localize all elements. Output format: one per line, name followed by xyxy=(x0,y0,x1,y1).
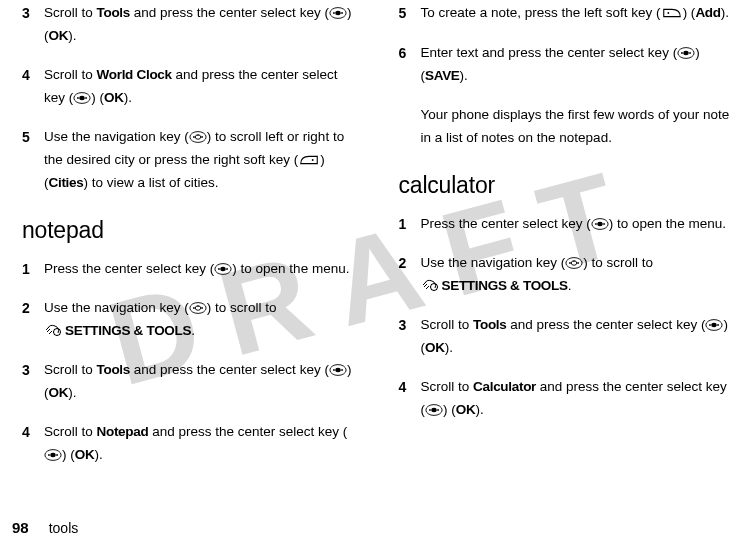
center-select-key-icon xyxy=(329,363,347,377)
text: ) to scroll to xyxy=(207,300,277,315)
text: . xyxy=(568,278,572,293)
add-label: Add xyxy=(695,5,720,20)
step-number: 1 xyxy=(399,213,421,237)
calculator-heading: calculator xyxy=(399,166,732,205)
text: and press the center select key ( xyxy=(148,424,347,439)
center-select-key-icon xyxy=(591,217,609,231)
step-number: 4 xyxy=(22,64,44,110)
center-select-key-icon xyxy=(677,46,695,60)
ok-label: OK xyxy=(49,28,69,43)
step-body: Enter text and press the center select k… xyxy=(421,42,732,88)
step-number: 6 xyxy=(399,42,421,88)
notepad-step-3: 3 Scroll to Tools and press the center s… xyxy=(22,359,355,405)
ok-label: OK xyxy=(75,447,95,462)
text: Use the navigation key ( xyxy=(44,300,189,315)
step-body: Press the center select key () to open t… xyxy=(421,213,732,237)
step-body: Use the navigation key () to scroll to S… xyxy=(44,297,355,343)
text: Use the navigation key ( xyxy=(44,129,189,144)
center-select-key-icon xyxy=(73,91,91,105)
notepad-label: Notepad xyxy=(97,424,149,439)
settings-tools-label: SETTINGS & TOOLS xyxy=(65,323,191,338)
step-body: Use the navigation key () to scroll left… xyxy=(44,126,355,195)
step-body: Scroll to World Clock and press the cent… xyxy=(44,64,355,110)
text: Enter text and press the center select k… xyxy=(421,45,678,60)
step-number: 4 xyxy=(399,376,421,422)
step-number: 5 xyxy=(399,2,421,26)
navigation-key-icon xyxy=(189,301,207,315)
text: ) to open the menu. xyxy=(232,261,349,276)
calc-step-4: 4 Scroll to Calculator and press the cen… xyxy=(399,376,732,422)
step-number: 2 xyxy=(22,297,44,343)
center-select-key-icon xyxy=(44,448,62,462)
notepad-heading: notepad xyxy=(22,211,355,250)
text: Scroll to xyxy=(44,362,97,377)
text: ) to scroll to xyxy=(583,255,653,270)
navigation-key-icon xyxy=(565,256,583,270)
step-5-right: 5 To create a note, press the left soft … xyxy=(399,2,732,26)
right-column: 5 To create a note, press the left soft … xyxy=(399,2,732,490)
text: ). xyxy=(124,90,132,105)
text: Scroll to xyxy=(44,424,97,439)
step-body: Use the navigation key () to scroll to S… xyxy=(421,252,732,298)
page-number: 98 xyxy=(12,515,29,541)
ok-label: OK xyxy=(456,402,476,417)
text: Press the center select key ( xyxy=(44,261,214,276)
step-5: 5 Use the navigation key () to scroll le… xyxy=(22,126,355,195)
tools-label: Tools xyxy=(473,317,507,332)
text: ) ( xyxy=(62,447,75,462)
text: To create a note, press the left soft ke… xyxy=(421,5,661,20)
left-column: 3 Scroll to Tools and press the center s… xyxy=(22,2,355,490)
ok-label: OK xyxy=(104,90,124,105)
text: Scroll to xyxy=(421,317,474,332)
step-number: 3 xyxy=(22,359,44,405)
step-4: 4 Scroll to World Clock and press the ce… xyxy=(22,64,355,110)
world-clock-label: World Clock xyxy=(97,67,172,82)
navigation-key-icon xyxy=(189,130,207,144)
step-number: 3 xyxy=(399,314,421,360)
right-soft-key-icon xyxy=(298,153,320,167)
step-body: Scroll to Notepad and press the center s… xyxy=(44,421,355,467)
step-body: Press the center select key () to open t… xyxy=(44,258,355,282)
tools-label: Tools xyxy=(97,5,131,20)
text: Scroll to xyxy=(421,379,474,394)
step-number: 4 xyxy=(22,421,44,467)
text: ). xyxy=(68,385,76,400)
text: ). xyxy=(460,68,468,83)
step-6-right: 6 Enter text and press the center select… xyxy=(399,42,732,88)
text: . xyxy=(191,323,195,338)
text: Scroll to xyxy=(44,5,97,20)
step-number: 1 xyxy=(22,258,44,282)
center-select-key-icon xyxy=(329,6,347,20)
step-number: 2 xyxy=(399,252,421,298)
text: ). xyxy=(68,28,76,43)
center-select-key-icon xyxy=(214,262,232,276)
step-body: To create a note, press the left soft ke… xyxy=(421,2,732,26)
notepad-step-1: 1 Press the center select key () to open… xyxy=(22,258,355,282)
settings-tools-icon xyxy=(421,277,439,293)
text: and press the center select key ( xyxy=(130,362,329,377)
text: ) to open the menu. xyxy=(609,216,726,231)
notepad-step-4: 4 Scroll to Notepad and press the center… xyxy=(22,421,355,467)
page-content: 3 Scroll to Tools and press the center s… xyxy=(0,0,753,500)
text: and press the center select key ( xyxy=(507,317,706,332)
center-select-key-icon xyxy=(705,318,723,332)
ok-label: OK xyxy=(425,340,445,355)
text: Press the center select key ( xyxy=(421,216,591,231)
step-3: 3 Scroll to Tools and press the center s… xyxy=(22,2,355,48)
text: Use the navigation key ( xyxy=(421,255,566,270)
tools-label: Tools xyxy=(97,362,131,377)
notepad-step-2: 2 Use the navigation key () to scroll to… xyxy=(22,297,355,343)
calc-step-2: 2 Use the navigation key () to scroll to… xyxy=(399,252,732,298)
page-footer: 98 tools xyxy=(0,515,753,541)
text: ). xyxy=(445,340,453,355)
step-number: 5 xyxy=(22,126,44,195)
settings-tools-label: SETTINGS & TOOLS xyxy=(442,278,568,293)
text: ). xyxy=(475,402,483,417)
calc-step-1: 1 Press the center select key () to open… xyxy=(399,213,732,237)
settings-tools-icon xyxy=(44,322,62,338)
save-label: SAVE xyxy=(425,68,460,83)
note-paragraph: Your phone displays the first few words … xyxy=(421,104,732,150)
text: ). xyxy=(94,447,102,462)
cities-label: Cities xyxy=(49,175,84,190)
ok-label: OK xyxy=(49,385,69,400)
